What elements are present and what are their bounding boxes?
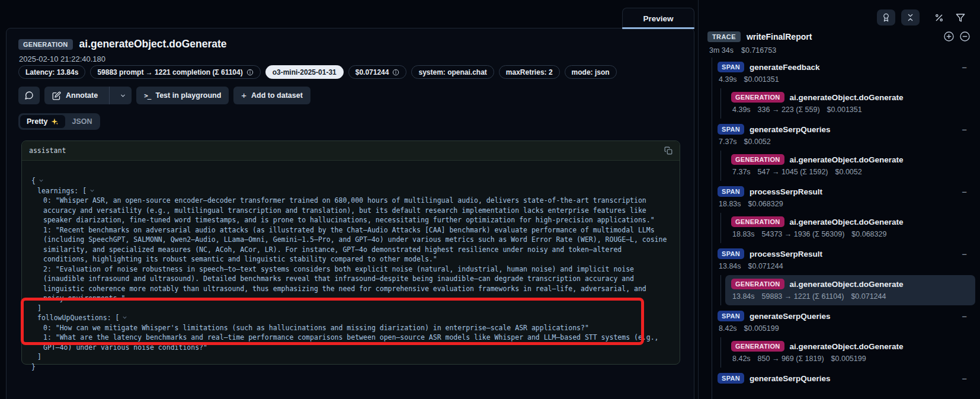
observation-type-badge: GENERATION	[18, 39, 73, 50]
observation-title: ai.generateObject.doGenerate	[79, 38, 227, 50]
tree-span-row[interactable]: SPANgenerateSerpQueries−	[718, 123, 980, 135]
generation-type-badge: GENERATION	[731, 341, 784, 352]
trace-name: writeFinalReport	[747, 32, 812, 42]
pill-label: mode: json	[572, 68, 610, 76]
annotate-dropdown-chevron[interactable]	[114, 87, 132, 104]
playground-button[interactable]: >_ Test in playground	[136, 87, 229, 104]
metadata-pill: $0.071244	[348, 65, 407, 79]
generation-head: GENERATIONai.generateObject.doGenerate	[731, 216, 969, 228]
generation-type-badge: GENERATION	[731, 216, 784, 227]
json-key-learnings: learnings: [	[31, 186, 670, 196]
add-to-dataset-button[interactable]: + Add to dataset	[233, 87, 310, 104]
collapse-chevron-icon[interactable]	[39, 176, 44, 186]
tree-span-node: SPANgenerateSerpQueries−7.37s$0.0052GENE…	[718, 123, 980, 181]
span-metrics: 4.39s$0.001351	[719, 75, 980, 85]
model-pill: o3-mini-2025-01-31	[265, 65, 344, 79]
info-icon[interactable]	[392, 69, 399, 76]
annotate-icon	[52, 91, 61, 100]
tab-json[interactable]: JSON	[65, 115, 98, 128]
metric-value: 547 → 1045 (Σ 1592)	[758, 168, 828, 177]
tree-span-row[interactable]: SPANprocessSerpResult−	[718, 248, 980, 260]
tree-generation-row-selected[interactable]: GENERATIONai.generateObject.doGenerate13…	[725, 275, 975, 305]
tab-preview-label: Preview	[643, 14, 673, 23]
tab-active-indicator	[622, 27, 694, 29]
annotate-split-divider	[109, 87, 110, 104]
metric-value: 54373 → 1936 (Σ 56309)	[762, 230, 845, 240]
span-name: processSerpResult	[750, 250, 822, 258]
tree-generation-row[interactable]: GENERATIONai.generateObject.doGenerate18…	[725, 213, 975, 243]
metric-value: 7.37s	[732, 168, 751, 177]
json-array-item: 1: "Recent benchmarks on adversarial aud…	[31, 225, 670, 264]
expand-all-icon[interactable]	[943, 31, 955, 42]
metric-value: $0.005199	[744, 324, 779, 334]
span-type-badge: SPAN	[718, 373, 744, 384]
filter-button[interactable]	[953, 9, 968, 25]
collapse-all-button[interactable]	[901, 9, 920, 25]
comment-button[interactable]	[18, 87, 40, 104]
metric-value: 18.83s	[732, 230, 755, 240]
span-metrics: 8.42s$0.005199	[719, 324, 980, 334]
output-code-panel: assistant {learnings: [0: "Whisper ASR, …	[21, 141, 680, 365]
tree-span-row[interactable]: SPANprocessSerpResult−	[718, 186, 980, 197]
tab-preview[interactable]: Preview	[622, 8, 694, 28]
tree-span-row[interactable]: SPANgenerateSerpQueries−	[718, 310, 980, 322]
json-key-followUpQuestions: followUpQuestions: [	[31, 313, 670, 323]
tree-span-node: SPANprocessSerpResult−18.83s$0.068329GEN…	[718, 186, 980, 243]
annotate-button[interactable]: Annotate	[44, 87, 132, 104]
copy-icon[interactable]	[664, 146, 672, 155]
generation-head: GENERATIONai.generateObject.doGenerate	[731, 154, 969, 165]
metric-value: 13.84s	[732, 292, 755, 302]
metric-value: $0.071244	[851, 292, 886, 302]
trace-toolbar	[877, 9, 968, 25]
json-array-item: 0: "Whisper ASR, an open-source encoder–…	[31, 196, 670, 225]
output-role-label: assistant	[29, 146, 66, 155]
tree-generation-row[interactable]: GENERATIONai.generateObject.doGenerate7.…	[725, 151, 975, 181]
metric-value: 13.84s	[719, 262, 741, 272]
tree-generation-row[interactable]: GENERATIONai.generateObject.doGenerate4.…	[725, 88, 975, 119]
metric-value: 8.42s	[732, 355, 751, 364]
tab-pretty-label: Pretty	[27, 117, 47, 126]
generation-name: ai.generateObject.doGenerate	[790, 342, 904, 351]
span-type-badge: SPAN	[718, 311, 744, 321]
collapse-node-icon[interactable]: −	[962, 125, 967, 135]
metric-value: 8.42s	[719, 324, 737, 334]
collapse-node-icon[interactable]: −	[962, 249, 967, 259]
collapse-chevron-icon[interactable]	[122, 313, 127, 323]
collapse-node-icon[interactable]: −	[962, 187, 967, 197]
generation-metrics: 4.39s336 → 223 (Σ 559)$0.001351	[732, 106, 969, 115]
metric-value: $0.001351	[744, 75, 779, 85]
tab-pretty[interactable]: Pretty	[20, 115, 65, 128]
action-button-row: Annotate >_ Test in playground + Add to …	[18, 87, 310, 104]
metric-value: 4.39s	[719, 75, 737, 85]
collapse-chevron-icon[interactable]	[89, 186, 95, 196]
json-array-item: 1: "What are the latency benchmarks and …	[31, 333, 670, 352]
show-metrics-button[interactable]	[931, 9, 947, 25]
generation-metrics: 8.42s850 → 969 (Σ 1819)$0.005199	[732, 355, 969, 364]
json-root-close: }	[31, 362, 670, 372]
generation-name: ai.generateObject.doGenerate	[790, 280, 904, 289]
generation-type-badge: GENERATION	[731, 92, 784, 103]
span-metrics: 7.37s$0.0052	[719, 138, 980, 147]
tree-span-row[interactable]: SPANgenerateFeedback−	[718, 61, 980, 73]
json-array-close: ]	[31, 352, 670, 362]
tree-generation-row[interactable]: GENERATIONai.generateObject.doGenerate8.…	[725, 337, 975, 368]
tree-span-row[interactable]: SPANgenerateSerpQueries−	[718, 372, 980, 384]
info-icon[interactable]	[246, 69, 254, 76]
pill-label: maxRetries: 2	[506, 68, 553, 76]
collapse-node-icon[interactable]: −	[962, 374, 967, 384]
trace-tree-panel: TRACE writeFinalReport 3m 34s $0.716753 …	[698, 0, 980, 399]
metric-value: 59883 → 1221 (Σ 61104)	[762, 292, 844, 302]
metadata-pill: system: openai.chat	[411, 65, 494, 79]
view-mode-tabs: Pretty JSON	[18, 113, 100, 130]
generation-name: ai.generateObject.doGenerate	[790, 218, 904, 226]
generation-name: ai.generateObject.doGenerate	[790, 93, 904, 102]
collapse-tree-icon[interactable]	[959, 31, 971, 42]
collapse-node-icon[interactable]: −	[962, 311, 967, 321]
annotation-queue-button[interactable]	[877, 9, 895, 25]
span-metrics: 18.83s$0.068329	[719, 200, 980, 209]
tree-child-group: GENERATIONai.generateObject.doGenerate7.…	[720, 151, 980, 181]
comment-icon	[24, 91, 34, 100]
metadata-pill: Latency: 13.84s	[18, 65, 85, 79]
trace-root-row[interactable]: TRACE writeFinalReport	[707, 31, 971, 42]
collapse-node-icon[interactable]: −	[962, 62, 967, 72]
